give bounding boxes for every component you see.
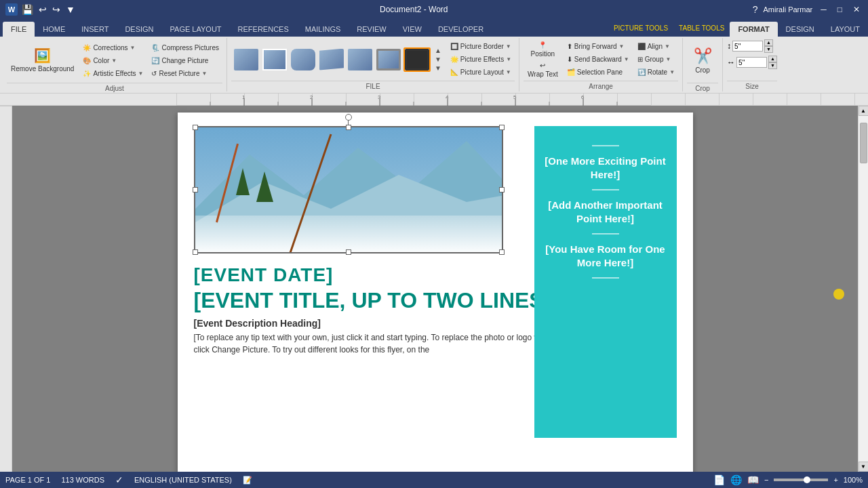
- group-button[interactable]: ⊞ Group ▼: [634, 54, 678, 66]
- reset-picture-button[interactable]: ↺ Reset Picture ▼: [148, 67, 222, 79]
- doc-view-print[interactable]: 📄: [713, 474, 725, 485]
- handle-middle-left[interactable]: [193, 187, 198, 192]
- proofing-icon[interactable]: ✓: [115, 474, 123, 485]
- pic-style-scroll-up[interactable]: ▲: [435, 47, 441, 54]
- wrap-icon: ↩: [540, 62, 545, 69]
- size-group: ↕ ▲ ▼ ↔ ▲ ▼ Size: [723, 38, 781, 92]
- undo-button[interactable]: ↩: [39, 4, 47, 15]
- tab-references[interactable]: REFERENCES: [230, 22, 297, 37]
- tab-design2[interactable]: DESIGN: [778, 22, 823, 37]
- width-row: ↔ ▲ ▼: [727, 56, 777, 69]
- adjust-options2: 🗜️ Compress Pictures 🔄 Change Picture ↺ …: [148, 41, 222, 79]
- svg-text:3: 3: [378, 94, 381, 100]
- close-button[interactable]: ✕: [850, 5, 863, 14]
- image-container[interactable]: [194, 126, 503, 253]
- align-button[interactable]: ⬛ Align ▼: [634, 41, 678, 53]
- tab-review[interactable]: REVIEW: [349, 22, 394, 37]
- width-input[interactable]: [736, 57, 767, 68]
- panel-point-3[interactable]: [You Have Room for One More Here!]: [542, 243, 669, 269]
- panel-point-2[interactable]: [Add Another Important Point Here!]: [542, 199, 669, 225]
- compress-button[interactable]: 🗜️ Compress Pictures: [148, 41, 222, 54]
- main-area: [EVENT DATE] [EVENT TITLE, UP TO TWO LIN…: [0, 106, 868, 472]
- panel-point-1[interactable]: [One More Exciting Point Here!]: [542, 155, 669, 181]
- pic-style-6[interactable]: [375, 47, 402, 72]
- user-name[interactable]: Amirali Parmar: [763, 5, 812, 14]
- pic-style-1[interactable]: [233, 47, 260, 72]
- tab-view[interactable]: VIEW: [395, 22, 430, 37]
- tab-mailings[interactable]: MAILINGS: [297, 22, 349, 37]
- border-icon: 🔲: [450, 43, 458, 50]
- handle-bottom-center[interactable]: [346, 249, 351, 255]
- tab-design[interactable]: DESIGN: [117, 22, 161, 37]
- scroll-track[interactable]: [859, 116, 868, 462]
- handle-bottom-right[interactable]: [499, 249, 505, 255]
- height-down[interactable]: ▼: [764, 46, 773, 53]
- height-input[interactable]: [732, 41, 763, 52]
- handle-top-right[interactable]: [499, 125, 505, 130]
- width-down[interactable]: ▼: [768, 62, 777, 69]
- selection-pane-button[interactable]: 🗂️ Selection Pane: [564, 66, 633, 79]
- doc-view-web[interactable]: 🌐: [730, 474, 742, 485]
- tab-layout[interactable]: LAYOUT: [823, 22, 868, 37]
- save-button[interactable]: 💾: [22, 4, 33, 15]
- corrections-button[interactable]: ☀️ Corrections ▼: [79, 41, 146, 54]
- scroll-up-button[interactable]: ▲: [859, 106, 869, 116]
- help-button[interactable]: ?: [753, 4, 758, 15]
- redo-button[interactable]: ↪: [52, 4, 60, 15]
- position-button[interactable]: 📍 Position: [524, 39, 562, 60]
- zoom-in-button[interactable]: +: [833, 476, 837, 484]
- handle-middle-right[interactable]: [499, 187, 505, 192]
- pic-style-4[interactable]: [318, 47, 345, 72]
- pic-style-scroll-down[interactable]: ▼: [435, 56, 441, 63]
- bring-forward-button[interactable]: ⬆ Bring Forward ▼: [564, 41, 633, 53]
- rotate-handle[interactable]: [345, 114, 352, 121]
- zoom-level[interactable]: 100%: [844, 476, 863, 484]
- wrap-text-button[interactable]: ↩ Wrap Text: [524, 60, 562, 79]
- pic-style-7[interactable]: [403, 47, 431, 72]
- send-backward-button[interactable]: ⬇ Send Backward ▼: [564, 54, 633, 66]
- pic-style-2[interactable]: [261, 47, 288, 72]
- zoom-out-button[interactable]: −: [764, 476, 768, 484]
- tab-insert[interactable]: INSERT: [73, 22, 117, 37]
- picture-border-button[interactable]: 🔲 Picture Border ▼: [447, 41, 515, 53]
- handle-bottom-left[interactable]: [193, 249, 198, 255]
- tab-page-layout[interactable]: PAGE LAYOUT: [162, 22, 230, 37]
- color-button[interactable]: 🎨 Color ▼: [79, 54, 146, 66]
- remove-background-button[interactable]: 🖼️ Remove Background: [7, 39, 78, 81]
- crop-button[interactable]: ✂️ Crop: [687, 39, 718, 81]
- height-spinner: ▲ ▼: [764, 39, 773, 53]
- picture-layout-button[interactable]: 📐 Picture Layout ▼: [447, 66, 515, 79]
- bring-fwd-icon: ⬆: [567, 43, 572, 50]
- scroll-down-button[interactable]: ▼: [859, 462, 869, 472]
- doc-view-read[interactable]: 📖: [747, 474, 759, 485]
- reset-arrow: ▼: [202, 70, 208, 77]
- handle-top-left[interactable]: [193, 125, 198, 130]
- change-picture-button[interactable]: 🔄 Change Picture: [148, 54, 222, 66]
- language[interactable]: ENGLISH (UNITED STATES): [134, 476, 232, 484]
- height-up[interactable]: ▲: [764, 39, 773, 46]
- rotate-button[interactable]: 🔃 Rotate ▼: [634, 66, 678, 79]
- zoom-slider[interactable]: [774, 479, 828, 481]
- tab-home[interactable]: HOME: [35, 22, 73, 37]
- picture-effects-button[interactable]: 🌟 Picture Effects ▼: [447, 54, 515, 66]
- pic-style-more[interactable]: ▼: [435, 64, 441, 72]
- pic-style-3[interactable]: [290, 47, 317, 72]
- tab-file[interactable]: FILE: [3, 22, 35, 37]
- zoom-thumb[interactable]: [804, 476, 810, 483]
- handle-top-center[interactable]: [346, 125, 351, 130]
- scroll-thumb[interactable]: [860, 123, 867, 163]
- layout-icon: 📐: [450, 68, 458, 76]
- cursor-indicator: [833, 289, 844, 300]
- minimize-button[interactable]: ─: [818, 5, 829, 14]
- tab-format[interactable]: FORMAT: [730, 22, 777, 37]
- artistic-effects-button[interactable]: ✨ Artistic Effects ▼: [79, 67, 146, 79]
- vertical-ruler: [0, 106, 12, 472]
- tab-developer[interactable]: DEVELOPER: [430, 22, 492, 37]
- arrange-content: 📍 Position ↩ Wrap Text ⬆ Bring Forward ▼…: [524, 39, 678, 79]
- customize-qa-button[interactable]: ▼: [66, 4, 75, 15]
- restore-button[interactable]: □: [835, 5, 845, 14]
- ribbon: 🖼️ Remove Background ☀️ Corrections ▼ 🎨 …: [0, 37, 868, 94]
- picture-tools-label: PICTURE TOOLS: [608, 23, 673, 33]
- width-up[interactable]: ▲: [768, 56, 777, 62]
- pic-style-5[interactable]: [347, 47, 374, 72]
